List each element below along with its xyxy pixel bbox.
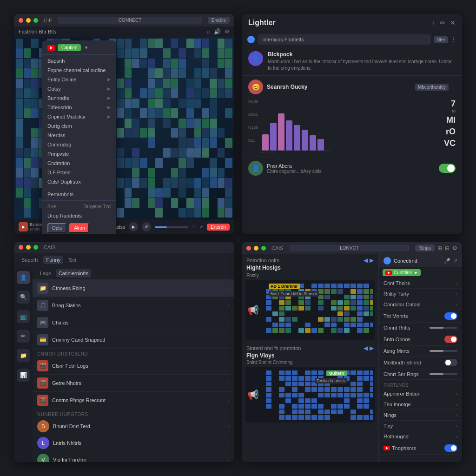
minimize-dot-bm[interactable] — [254, 246, 258, 251]
sidebar-list-item-2[interactable]: 🎮 Charas › — [33, 314, 234, 331]
dropdown-item-1[interactable]: Fnpne chennel cal outline — [42, 66, 116, 75]
dropdown-item-8[interactable]: Nrerdss — [42, 131, 116, 140]
cancel-button[interactable]: Opts — [47, 223, 66, 233]
dropdown-item-0[interactable]: Bapsnh — [42, 56, 116, 66]
mic-icon[interactable]: 🎤 — [444, 258, 450, 264]
dropdown-item-13[interactable]: Culs/ Duplrstrx — [42, 177, 116, 186]
minimize-dot[interactable] — [26, 18, 31, 23]
side-item-14[interactable]: Rothnngnd › — [379, 431, 462, 442]
volume-icon[interactable]: 🔊 — [214, 28, 221, 35]
dropdown-item-7[interactable]: Durtg clsm — [42, 121, 116, 131]
close-dot-bl[interactable] — [19, 245, 23, 250]
sidebar-tab-2[interactable]: Set — [66, 256, 79, 264]
dropdown-item-10[interactable]: Prmpvste — [42, 149, 116, 159]
side-item-10[interactable]: Appnnror Bntion › — [379, 389, 462, 399]
toggle-5[interactable] — [444, 336, 457, 343]
search-bar[interactable]: Interticos Fontietts — [258, 34, 431, 45]
dropdown-item-11[interactable]: Cndrntton — [42, 159, 116, 168]
progress-bar[interactable] — [155, 226, 188, 228]
toggle-switch[interactable] — [439, 164, 456, 173]
dropdown-item-2[interactable]: Entity Online ▶ — [42, 75, 116, 84]
snap-button[interactable]: Stnps — [415, 245, 435, 251]
sidebar-list-item-0[interactable]: 📁 Ctnness Ebing › — [33, 280, 234, 297]
user-item-1[interactable]: L Lntrls Nhltrls › — [33, 435, 234, 451]
side-item-1[interactable]: Rnlity Turty › — [379, 289, 462, 299]
side-item-11[interactable]: Thn thnntge › — [379, 399, 462, 410]
user-item-2[interactable]: V Vlo Inr Fnrclinr › — [33, 451, 234, 462]
sidebar-tab-0[interactable]: Superh — [19, 256, 40, 264]
side-item-4[interactable]: Cnnnt Rnlts — [379, 323, 462, 333]
side-item-12[interactable]: Nlngs › — [379, 410, 462, 421]
sidebar-list-item-3[interactable]: 💳 Cnnnny Cand Snapned › — [33, 331, 234, 349]
sidebar-icon-media[interactable]: 📺 — [17, 310, 30, 323]
sidebar-icon-user[interactable]: 👤 — [17, 271, 30, 284]
share-icon[interactable]: ↗ — [199, 225, 203, 229]
apply-button[interactable]: Alron — [69, 223, 89, 233]
share-icon-side[interactable]: ↗ — [453, 258, 457, 264]
sidebar-icon-edit[interactable]: ✏ — [17, 330, 30, 343]
dropdown-item-4[interactable]: Bunnndts ▶ — [42, 93, 116, 103]
nav-prev-icon-1[interactable]: ◀ — [364, 345, 368, 351]
settings-icon-bm[interactable]: ⚙ — [452, 245, 457, 251]
dropdown-item-12[interactable]: D,F Prtent — [42, 168, 116, 177]
close-dot-bm[interactable] — [246, 246, 251, 251]
sidebar-list-item-1[interactable]: 🎵 Bnng Slatins › — [33, 297, 234, 314]
settings-icon[interactable]: ⚙ — [225, 28, 230, 35]
toggle-7[interactable] — [444, 359, 457, 366]
nav-next-icon-1[interactable]: ▶ — [370, 345, 374, 351]
side-item-6[interactable]: Asng Mnrts — [379, 346, 462, 357]
sub-item-2[interactable]: 🎬 Cnntnn Phngs Rrecrunt › — [33, 392, 234, 409]
grid-icon[interactable]: ⊞ — [437, 245, 442, 251]
sidebar-icon-folder[interactable]: 📁 — [17, 349, 30, 362]
url-bar-bm[interactable]: LONVCT — [289, 245, 410, 251]
close-icon[interactable]: ✕ — [450, 19, 456, 26]
side-item-2[interactable]: Cnnrollor Cntonl › — [379, 299, 462, 310]
dropdown-item-3[interactable]: Gutsy ▶ — [42, 84, 116, 93]
titlebar-tab[interactable]: Enable — [208, 17, 230, 24]
sidebar-icon-search[interactable]: 🔍 — [17, 291, 30, 304]
side-item-8[interactable]: Chnrt Snr Rngs — [379, 369, 462, 380]
filter-button[interactable]: filter — [434, 36, 448, 43]
close-dot[interactable] — [19, 18, 23, 23]
side-item-13[interactable]: Tiny › — [379, 421, 462, 431]
heart-icon[interactable]: ♡ — [192, 225, 196, 229]
side-channel-btn[interactable]: Cunttllns ▼ — [383, 269, 421, 276]
side-item-0[interactable]: Cnnt Tholrs › — [379, 278, 462, 289]
url-bar-topleft[interactable]: CONNECT — [58, 17, 202, 24]
search-icon[interactable]: ⌕ — [207, 28, 210, 35]
maximize-dot-bl[interactable] — [33, 245, 38, 250]
sub-item-0[interactable]: 🎬 Clsnr Fetn Logs › — [33, 357, 234, 375]
side-item-5[interactable]: Bntn Opnns — [379, 333, 462, 346]
sub-item-1[interactable]: 🎬 Getre Nhotrs › — [33, 375, 234, 392]
nav-next-icon[interactable]: ▶ — [370, 257, 374, 264]
dropdown-item-5[interactable]: Tdfensrtdn ▶ — [42, 103, 116, 112]
side-item-3[interactable]: Tnt Mnnrts — [379, 310, 462, 323]
next-button[interactable]: ▶ — [129, 222, 138, 231]
add-icon[interactable]: + — [431, 19, 435, 26]
dropdown-item-14[interactable]: Pertambnts — [42, 190, 116, 199]
toggle-3[interactable] — [444, 312, 457, 320]
toggle-15[interactable] — [444, 444, 457, 452]
more-icon[interactable]: ⋮ — [451, 36, 456, 43]
maximize-dot-bm[interactable] — [261, 246, 266, 251]
nav-prev-icon[interactable]: ◀ — [364, 257, 368, 264]
layout-icon[interactable]: ⊟ — [445, 245, 450, 251]
dropdown-item-9[interactable]: Cnmrodog — [42, 140, 116, 149]
dropdown-item-6[interactable]: Cnpindt Mudcksr ▶ — [42, 112, 116, 121]
chart-more-icon[interactable]: ⋮ — [450, 84, 456, 90]
sidebar-tab-1[interactable]: Funny — [43, 256, 63, 264]
dropdown-drop-rendents[interactable]: Drop Randents — [42, 211, 116, 220]
side-item-7[interactable]: Moltbnrth Shnrst — [379, 357, 462, 369]
user-item-0[interactable]: B Bnunrl Dnrt Terd › — [33, 418, 234, 435]
slider-4[interactable] — [430, 327, 457, 329]
maximize-dot[interactable] — [33, 18, 38, 23]
slider-8[interactable] — [430, 373, 457, 375]
side-item-15[interactable]: Tnophsnrs — [379, 442, 462, 455]
sidebar-icon-chart[interactable]: 📊 — [17, 369, 30, 382]
subscribe-button[interactable]: Erterdn — [207, 224, 230, 231]
slider-6[interactable] — [430, 350, 457, 352]
sub-tab-0[interactable]: Lags — [37, 269, 54, 278]
repeat-button[interactable]: ↺ — [142, 222, 151, 231]
sub-tab-1[interactable]: Catlnierninfts — [56, 269, 91, 278]
edit-icon[interactable]: ✏ — [440, 19, 445, 26]
